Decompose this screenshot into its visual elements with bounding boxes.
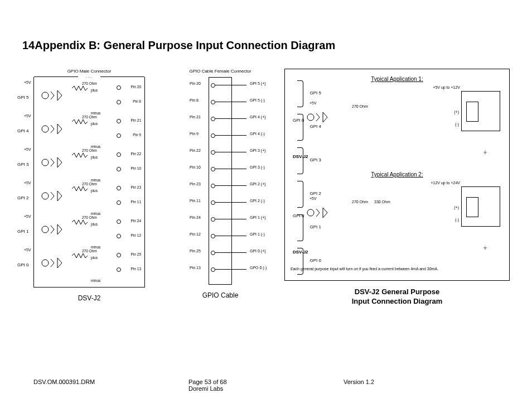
gpi-channel: +5VGPI 2270 OhmplusminusPin 23Pin 11 (37, 181, 141, 214)
cable-pin-row: Pin 12GPI 1 (-) (190, 232, 293, 240)
svg-point-7 (307, 209, 314, 216)
optocoupler-icon (306, 203, 332, 223)
app2-plus: (+) (454, 205, 459, 209)
app1-diagram: +5V up to +12V +5V GPI 0 270 Ohm (+) (-)… (291, 85, 504, 169)
cable-pin-row: Pin 13GPO 0 (-) (190, 266, 293, 274)
cable-signal-label: GPO 0 (-) (250, 266, 267, 270)
pin-circle-icon (117, 152, 121, 157)
pin-plus: Pin 25 (131, 252, 141, 256)
svg-point-3 (42, 193, 49, 199)
pin-circle-icon (211, 184, 215, 188)
pin-circle-icon (211, 117, 215, 121)
cable-pin-row: Pin 11GPI 2 (-) (190, 199, 293, 207)
app2-gpi: GPI 0 (293, 213, 304, 218)
footer-page: Page 53 of 68Doremi Labs (188, 379, 344, 392)
relay-icon (461, 186, 500, 227)
app1-title: Typical Application 1: (291, 76, 504, 82)
page-footer: DSV.OM.000391.DRM Page 53 of 68Doremi La… (33, 379, 499, 392)
cable-pin: Pin 25 (190, 249, 201, 253)
pin-circle-icon (211, 150, 215, 155)
optocoupler-icon (41, 86, 66, 105)
page-heading: 14Appendix B: General Purpose Input Conn… (22, 39, 510, 52)
gpio-female-connector-title: GPIO Cable Female Connector (189, 69, 251, 74)
cable-pin-row: Pin 20GPI 5 (+) (190, 82, 293, 89)
supply-5v: +5V (24, 147, 31, 151)
cable-signal-label: GPI 1 (-) (250, 232, 265, 236)
diagram-main-caption: DSV-J2 General PurposeInput Connection D… (352, 288, 443, 306)
ellipsis-icon: ... (86, 74, 93, 79)
app1-device: DSV-J2 (293, 154, 308, 159)
gpi-channel: +5VGPI 0270 OhmplusminusPin 25Pin 13 (37, 248, 141, 281)
pin-plus: Pin 23 (131, 185, 141, 189)
cable-pin: Pin 12 (190, 232, 201, 236)
pin-circle-icon (211, 234, 215, 238)
pin-circle-icon (117, 167, 121, 171)
app2-minus: (-) (455, 218, 459, 222)
resistor-icon (72, 86, 89, 90)
pin-circle-icon (211, 167, 215, 171)
gpio-male-connector-title: GPIO Male Connector (67, 69, 112, 74)
plus-label: plus (91, 256, 98, 260)
cable-pin: Pin 8 (190, 98, 199, 102)
gpi-channel: +5VGPI 1270 OhmplusminusPin 24Pin 12 (37, 214, 141, 248)
resistor-label: 270 Ohm (82, 249, 97, 253)
cable-pin: Pin 23 (190, 182, 201, 186)
cable-pin: Pin 10 (190, 165, 201, 169)
minus-label: minus (91, 279, 100, 282)
pin-circle-icon (117, 85, 121, 90)
cable-pin-row: Pin 24GPI 1 (+) (190, 215, 293, 223)
cable-signal-label: GPI 2 (+) (250, 182, 266, 186)
cable-pin-row: Pin 22GPI 3 (+) (190, 148, 293, 156)
cable-signal-label: GPI 2 (-) (250, 199, 265, 203)
pin-minus: Pin 10 (131, 166, 141, 170)
cable-pin: Pin 11 (190, 199, 201, 203)
pin-minus: Pin 11 (131, 200, 141, 204)
optocoupler-icon (41, 220, 66, 239)
pin-plus: Pin 20 (131, 85, 141, 89)
cable-pin: Pin 9 (190, 132, 199, 136)
cable-pin: Pin 24 (190, 215, 201, 219)
plus-label: plus (91, 88, 98, 92)
supply-5v: +5V (24, 114, 31, 118)
pin-plus: Pin 21 (131, 118, 141, 122)
pin-circle-icon (117, 133, 121, 138)
app2-title: Typical Application 2: (291, 171, 504, 178)
resistor-label: 270 Ohm (82, 148, 97, 152)
plus-label: plus (91, 122, 98, 126)
resistor-label: 270 Ohm (82, 182, 97, 186)
app2-5v: +5V (309, 197, 317, 200)
plus-label: plus (91, 189, 98, 193)
cable-signal-label: GPI 5 (-) (250, 98, 265, 102)
pin-circle-icon (117, 186, 121, 190)
cable-pin: Pin 22 (190, 148, 201, 152)
supply-5v: +5V (24, 214, 31, 218)
svg-point-6 (307, 114, 314, 121)
pin-circle-icon (117, 119, 121, 123)
cable-pin-row: Pin 8GPI 5 (-) (190, 98, 293, 106)
app2-device: DSV-J2 (293, 250, 308, 255)
applications-panel: Typical Application 1: +5V up to +12V +5… (284, 69, 510, 281)
gpi-channel: +5VGPI 5270 OhmplusminusPin 20Pin 8 (37, 80, 141, 114)
wire-icon (215, 85, 246, 85)
pin-plus: Pin 24 (131, 219, 141, 223)
wire-icon (215, 252, 246, 253)
cable-signal-label: GPI 4 (+) (250, 115, 266, 119)
supply-5v: +5V (24, 181, 31, 185)
pin-circle-icon (117, 219, 121, 224)
resistor-icon (72, 253, 89, 258)
pin-circle-icon (211, 267, 215, 272)
app2-resistor-label: 270 Ohm (352, 200, 368, 204)
svg-point-0 (42, 92, 49, 99)
resistor-label: 270 Ohm (82, 215, 97, 219)
cable-pin: Pin 21 (190, 115, 201, 119)
gpi-channel: +5VGPI 3270 OhmplusminusPin 22Pin 10 (37, 147, 141, 181)
plus-label: plus (91, 222, 98, 226)
cable-signal-label: GPI 3 (-) (250, 165, 265, 169)
optocoupler-icon (41, 186, 66, 205)
gpi-label: GPI 1 (17, 229, 28, 234)
wire-icon (215, 269, 246, 270)
gpi-label: GPI 4 (17, 128, 28, 133)
plus-label: plus (91, 155, 98, 159)
pin-circle-icon (117, 253, 121, 257)
resistor-icon (72, 153, 89, 157)
